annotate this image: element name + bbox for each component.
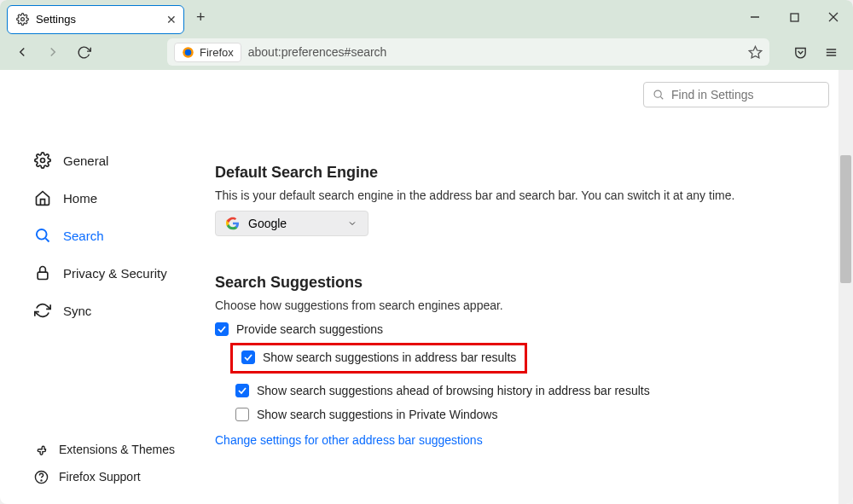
checkbox-label: Show search suggestions in Private Windo…: [257, 408, 497, 421]
suggestions-desc: Choose how suggestions from search engin…: [215, 298, 829, 312]
settings-sidebar: General Home Search Privacy & Security S…: [0, 70, 215, 504]
checkbox-label: Provide search suggestions: [236, 322, 383, 336]
help-icon: [34, 470, 49, 484]
svg-line-13: [45, 238, 49, 241]
google-icon: [226, 217, 240, 230]
svg-point-17: [654, 90, 661, 97]
sidebar-item-home[interactable]: Home: [34, 179, 201, 217]
bookmark-star-icon[interactable]: [748, 45, 763, 60]
back-button[interactable]: [9, 38, 36, 66]
sidebar-item-label: Extensions & Themes: [59, 443, 175, 456]
engine-name: Google: [248, 217, 287, 230]
default-engine-heading: Default Search Engine: [215, 164, 829, 182]
sidebar-item-privacy[interactable]: Privacy & Security: [34, 254, 201, 292]
tab-title: Settings: [36, 13, 76, 26]
forward-button[interactable]: [39, 38, 67, 66]
find-in-settings[interactable]: [643, 82, 829, 107]
window-controls: [735, 0, 853, 34]
nav-toolbar: Firefox about:preferences#search: [0, 34, 853, 70]
svg-rect-2: [791, 14, 798, 21]
sidebar-item-label: Privacy & Security: [63, 266, 167, 281]
minimize-button[interactable]: [735, 0, 775, 34]
checkbox-show-in-addressbar[interactable]: Show search suggestions in address bar r…: [241, 350, 516, 364]
svg-point-16: [41, 479, 42, 480]
scrollbar[interactable]: [838, 70, 853, 504]
checkbox-icon: [235, 408, 249, 421]
sidebar-item-general[interactable]: General: [34, 142, 201, 179]
svg-point-12: [37, 229, 47, 240]
active-tab[interactable]: Settings ✕: [7, 5, 184, 34]
checkbox-icon: [215, 322, 229, 336]
puzzle-icon: [34, 443, 49, 457]
home-icon: [34, 189, 51, 206]
app-menu-button[interactable]: [817, 38, 844, 66]
maximize-button[interactable]: [775, 0, 814, 34]
annotation-highlight: Show search suggestions in address bar r…: [230, 343, 527, 374]
checkbox-label: Show search suggestions ahead of browsin…: [257, 384, 650, 397]
sidebar-item-label: General: [63, 154, 108, 168]
titlebar: Settings ✕ +: [0, 0, 853, 34]
settings-main-panel: Default Search Engine This is your defau…: [215, 70, 853, 504]
default-engine-select[interactable]: Google: [215, 211, 368, 236]
svg-marker-7: [749, 46, 761, 57]
default-engine-desc: This is your default search engine in th…: [215, 188, 829, 202]
checkbox-icon: [241, 350, 255, 364]
pocket-button[interactable]: [786, 38, 814, 66]
sidebar-item-search[interactable]: Search: [34, 217, 201, 254]
svg-point-11: [41, 159, 45, 163]
content-area: General Home Search Privacy & Security S…: [0, 70, 853, 504]
sidebar-item-label: Sync: [63, 304, 91, 318]
identity-label: Firefox: [200, 46, 234, 59]
search-icon: [653, 89, 664, 101]
checkbox-icon: [235, 384, 249, 397]
lock-icon: [34, 264, 51, 281]
sidebar-item-sync[interactable]: Sync: [34, 292, 201, 329]
url-text: about:preferences#search: [248, 45, 387, 59]
firefox-icon: [182, 46, 194, 59]
new-tab-button[interactable]: +: [191, 7, 211, 28]
search-icon: [34, 227, 51, 244]
identity-box[interactable]: Firefox: [174, 43, 241, 62]
suggestions-heading: Search Suggestions: [215, 274, 829, 292]
reload-button[interactable]: [70, 38, 97, 66]
gear-icon: [16, 13, 29, 26]
gear-icon: [34, 152, 51, 169]
svg-point-6: [185, 49, 192, 55]
scrollbar-thumb[interactable]: [840, 155, 851, 283]
sidebar-item-label: Search: [63, 229, 104, 243]
checkbox-provide-suggestions[interactable]: Provide search suggestions: [215, 322, 829, 336]
close-tab-icon[interactable]: ✕: [166, 13, 177, 26]
chevron-down-icon: [347, 218, 357, 229]
checkbox-ahead-of-history[interactable]: Show search suggestions ahead of browsin…: [235, 384, 829, 397]
sidebar-item-label: Firefox Support: [59, 470, 141, 484]
svg-point-0: [21, 18, 25, 21]
checkbox-private-windows[interactable]: Show search suggestions in Private Windo…: [235, 408, 829, 421]
find-input[interactable]: [671, 88, 820, 101]
link-change-addressbar-settings[interactable]: Change settings for other address bar su…: [215, 433, 483, 447]
checkbox-label: Show search suggestions in address bar r…: [263, 350, 516, 364]
sidebar-item-label: Home: [63, 191, 97, 206]
close-window-button[interactable]: [814, 0, 853, 34]
url-bar[interactable]: Firefox about:preferences#search: [167, 38, 769, 66]
sync-icon: [34, 302, 51, 319]
svg-line-18: [660, 96, 663, 99]
sidebar-firefox-support[interactable]: Firefox Support: [34, 463, 201, 490]
sidebar-extensions-themes[interactable]: Extensions & Themes: [34, 436, 201, 463]
svg-rect-14: [38, 272, 48, 279]
